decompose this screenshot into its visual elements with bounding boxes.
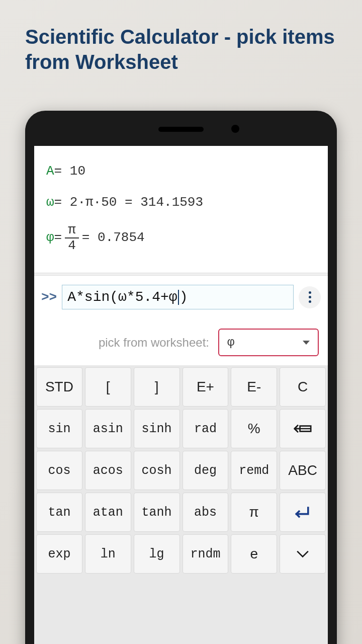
expr-1: = 10 (54, 161, 85, 182)
input-prompt: >> (41, 290, 57, 305)
input-after-cursor: ) (179, 289, 188, 305)
picker-label: pick from worksheet: (99, 336, 209, 350)
key-tan[interactable]: tan (36, 493, 82, 532)
worksheet-line-3[interactable]: φ = π 4 = 0.7854 (46, 223, 316, 253)
phone-camera (231, 125, 239, 133)
chevron-down-icon (294, 547, 312, 561)
expression-input[interactable]: A*sin(ω*5.4+φ) (62, 285, 294, 309)
keypad: STD [ ] E+ E- C sin asin sinh rad % cos … (34, 365, 328, 644)
picker-value: φ (227, 336, 234, 349)
key-remd[interactable]: remd (231, 451, 277, 490)
result-3: = 0.7854 (82, 227, 145, 249)
key-rndm[interactable]: rndm (183, 534, 229, 574)
text-cursor (178, 290, 179, 305)
worksheet-area: A = 10 ω = 2·π·50 = 314.1593 φ = π 4 = 0… (34, 146, 328, 273)
key-collapse[interactable] (280, 534, 326, 574)
chevron-down-icon (303, 341, 310, 345)
fraction-top: π (65, 223, 79, 238)
key-atan[interactable]: atan (85, 493, 131, 532)
key-backspace[interactable] (280, 409, 326, 448)
worksheet-line-2[interactable]: ω = 2·π·50 = 314.1593 (46, 192, 316, 213)
input-before-cursor: A*sin(ω*5.4+φ (67, 289, 177, 305)
overflow-menu-button[interactable] (299, 286, 321, 308)
key-bracket-open[interactable]: [ (85, 367, 131, 407)
key-e-plus[interactable]: E+ (183, 367, 229, 407)
eq-3: = (54, 227, 62, 249)
key-sinh[interactable]: sinh (134, 409, 180, 448)
key-deg[interactable]: deg (183, 451, 229, 490)
key-e[interactable]: e (231, 534, 277, 574)
expr-2: = 2·π·50 = 314.1593 (54, 192, 203, 213)
key-sin[interactable]: sin (36, 409, 82, 448)
key-exp[interactable]: exp (36, 534, 82, 574)
worksheet-line-1[interactable]: A = 10 (46, 161, 316, 182)
key-pi[interactable]: π (231, 493, 277, 532)
key-cosh[interactable]: cosh (134, 451, 180, 490)
phone-speaker (158, 127, 204, 132)
var-a: A (46, 161, 54, 182)
fraction: π 4 (65, 223, 79, 253)
phone-frame: A = 10 ω = 2·π·50 = 314.1593 φ = π 4 = 0… (25, 111, 337, 644)
picker-row: pick from worksheet: φ (34, 318, 328, 365)
key-clear[interactable]: C (280, 367, 326, 407)
key-tanh[interactable]: tanh (134, 493, 180, 532)
page-title: Scientific Calculator - pick items from … (0, 0, 362, 90)
key-ln[interactable]: ln (85, 534, 131, 574)
dots-icon (309, 291, 311, 294)
worksheet-variable-picker[interactable]: φ (218, 329, 319, 356)
key-rad[interactable]: rad (183, 409, 229, 448)
key-acos[interactable]: acos (85, 451, 131, 490)
key-e-minus[interactable]: E- (231, 367, 277, 407)
enter-icon (294, 505, 312, 519)
key-abs[interactable]: abs (183, 493, 229, 532)
key-std[interactable]: STD (36, 367, 82, 407)
backspace-icon (294, 422, 312, 436)
key-bracket-close[interactable]: ] (134, 367, 180, 407)
key-enter[interactable] (280, 493, 326, 532)
key-abc[interactable]: ABC (280, 451, 326, 490)
key-percent[interactable]: % (231, 409, 277, 448)
key-lg[interactable]: lg (134, 534, 180, 574)
app-screen: A = 10 ω = 2·π·50 = 314.1593 φ = π 4 = 0… (34, 146, 328, 644)
key-cos[interactable]: cos (36, 451, 82, 490)
fraction-bottom: 4 (65, 238, 79, 253)
key-asin[interactable]: asin (85, 409, 131, 448)
var-omega: ω (46, 192, 54, 213)
var-phi: φ (46, 227, 54, 249)
input-row: >> A*sin(ω*5.4+φ) (34, 276, 328, 318)
